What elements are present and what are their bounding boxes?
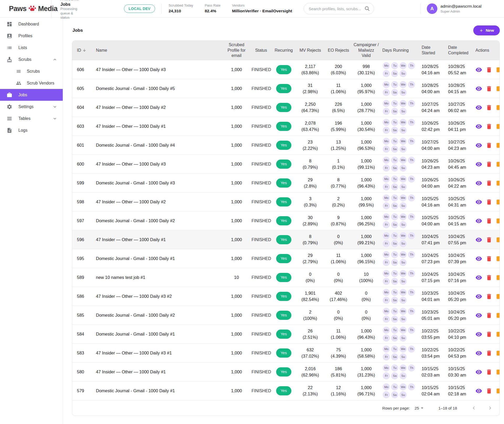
view-job-button[interactable]: [475, 199, 482, 205]
sidebar-item-settings[interactable]: Settings: [0, 101, 63, 113]
job-logs-button[interactable]: [496, 331, 500, 338]
delete-job-button[interactable]: [486, 350, 492, 357]
view-job-button[interactable]: [475, 293, 482, 300]
column-header-date-completed[interactable]: Date Completed: [447, 41, 474, 60]
view-job-button[interactable]: [475, 255, 482, 262]
view-job-button[interactable]: [475, 85, 482, 92]
sidebar-item-dashboard[interactable]: Dashboard: [0, 18, 63, 30]
table-row[interactable]: 604 47 Insider — Other — 1000 Daily #2 1…: [72, 98, 500, 117]
delete-job-button[interactable]: [486, 123, 492, 130]
job-logs-button[interactable]: [496, 142, 500, 149]
job-logs-button[interactable]: [496, 236, 500, 243]
table-row[interactable]: 583 47 Insider — Other — 1000 Daily #3 #…: [72, 344, 500, 363]
view-job-button[interactable]: [475, 350, 482, 357]
view-job-button[interactable]: [475, 312, 482, 319]
job-logs-button[interactable]: [496, 199, 500, 205]
view-job-button[interactable]: [475, 331, 482, 338]
table-row[interactable]: 601 Domestic Journal - Gmail - 1000 Dail…: [72, 136, 500, 155]
view-job-button[interactable]: [475, 104, 482, 111]
delete-job-button[interactable]: [486, 104, 492, 111]
job-logs-button[interactable]: [496, 66, 500, 73]
table-row[interactable]: 585 Domestic Journal - Gmail - 1000 Dail…: [72, 306, 500, 325]
job-logs-button[interactable]: [496, 369, 500, 375]
user-menu[interactable]: A admin@pawscrm.local Super Admin: [427, 3, 481, 14]
delete-job-button[interactable]: [486, 236, 492, 243]
delete-job-button[interactable]: [486, 255, 492, 262]
table-row[interactable]: 605 Domestic Journal - Gmail - 1000 Dail…: [72, 79, 500, 98]
delete-job-button[interactable]: [486, 199, 492, 205]
view-job-button[interactable]: [475, 388, 482, 394]
sidebar-subitem-scrubs[interactable]: Scrubs: [0, 65, 63, 77]
column-header-valid[interactable]: Campaigner / Mailwizz Valid: [352, 41, 381, 60]
view-job-button[interactable]: [475, 218, 482, 224]
sidebar-item-jobs[interactable]: Jobs: [0, 89, 63, 101]
column-header-status[interactable]: Status: [250, 41, 272, 60]
table-row[interactable]: 603 47 Insider — Other — 1000 Daily #1 1…: [72, 117, 500, 136]
delete-job-button[interactable]: [486, 293, 492, 300]
previous-page-button[interactable]: [471, 405, 477, 411]
sidebar-item-lists[interactable]: Lists: [0, 42, 63, 54]
view-job-button[interactable]: [475, 142, 482, 149]
column-header-eo-rejects[interactable]: EO Rejects: [325, 41, 352, 60]
job-logs-button[interactable]: [496, 218, 500, 224]
job-logs-button[interactable]: [496, 161, 500, 168]
sidebar-item-tables[interactable]: Tables: [0, 113, 63, 124]
job-logs-button[interactable]: [496, 104, 500, 111]
view-job-button[interactable]: [475, 66, 482, 73]
delete-job-button[interactable]: [486, 369, 492, 375]
column-header-mv-rejects[interactable]: MV Rejects: [295, 41, 325, 60]
sidebar-subitem-scrub-vendors[interactable]: Scrub Vendors: [0, 77, 63, 89]
table-row[interactable]: 595 Domestic Journal - Gmail - 1000 Dail…: [72, 249, 500, 268]
job-logs-button[interactable]: [496, 388, 500, 394]
column-header-days-running[interactable]: Days Running: [381, 41, 420, 60]
column-header-date-started[interactable]: Date Started: [420, 41, 447, 60]
job-logs-button[interactable]: [496, 255, 500, 262]
delete-job-button[interactable]: [486, 388, 492, 394]
table-row[interactable]: 597 Domestic Journal - Gmail - 1000 Dail…: [72, 211, 500, 230]
column-header-recurring[interactable]: Recurring: [272, 41, 295, 60]
job-logs-button[interactable]: [496, 180, 500, 187]
delete-job-button[interactable]: [486, 312, 492, 319]
job-logs-button[interactable]: [496, 350, 500, 357]
table-row[interactable]: 598 47 Insider — Other — 1000 Daily #2 1…: [72, 193, 500, 211]
job-logs-button[interactable]: [496, 85, 500, 92]
table-row[interactable]: 599 Domestic Journal - Gmail - 1000 Dail…: [72, 174, 500, 193]
view-job-button[interactable]: [475, 274, 482, 281]
column-header-scrubbed[interactable]: Scrubed Profile for email: [223, 41, 250, 60]
view-job-button[interactable]: [475, 369, 482, 375]
next-page-button[interactable]: [487, 405, 493, 411]
delete-job-button[interactable]: [486, 142, 492, 149]
table-row[interactable]: 596 47 Insider — Other — 1000 Daily #1 1…: [72, 230, 500, 249]
sidebar-item-logs[interactable]: Logs: [0, 124, 63, 136]
delete-job-button[interactable]: [486, 85, 492, 92]
table-row[interactable]: 600 47 Insider — Other — 1000 Daily #3 1…: [72, 155, 500, 174]
table-row[interactable]: 579 Domestic Journal - Gmail - 1000 Dail…: [72, 381, 500, 400]
table-row[interactable]: 589 new 10 names test job #1 10 FINISHED…: [72, 268, 500, 287]
column-header-name[interactable]: Name: [92, 41, 223, 60]
delete-job-button[interactable]: [486, 180, 492, 187]
table-row[interactable]: 586 47 Insider — Other — 1000 Daily #3 #…: [72, 287, 500, 306]
table-row[interactable]: 606 47 Insider — Other — 1000 Daily #3 1…: [72, 60, 500, 79]
days-running-chips: MoTuWeTh FrSaSu: [382, 327, 418, 342]
view-job-button[interactable]: [475, 236, 482, 243]
job-logs-button[interactable]: [496, 274, 500, 281]
delete-job-button[interactable]: [486, 274, 492, 281]
search-input[interactable]: [304, 3, 374, 14]
table-row[interactable]: 580 47 Insider — Other — 1000 Daily #1 1…: [72, 363, 500, 381]
sidebar-item-profiles[interactable]: Profiles: [0, 30, 63, 42]
column-header-id[interactable]: ID: [72, 41, 92, 60]
delete-job-button[interactable]: [486, 66, 492, 73]
delete-job-button[interactable]: [486, 331, 492, 338]
view-job-button[interactable]: [475, 123, 482, 130]
sidebar-item-scrubs[interactable]: Scrubs: [0, 54, 63, 65]
view-job-button[interactable]: [475, 161, 482, 168]
view-job-button[interactable]: [475, 180, 482, 187]
job-logs-button[interactable]: [496, 293, 500, 300]
new-job-button[interactable]: New: [473, 25, 500, 35]
delete-job-button[interactable]: [486, 218, 492, 224]
job-logs-button[interactable]: [496, 312, 500, 319]
job-logs-button[interactable]: [496, 123, 500, 130]
table-row[interactable]: 584 Domestic Journal - Gmail - 1000 Dail…: [72, 325, 500, 344]
rows-per-page-select[interactable]: 25: [414, 405, 425, 411]
delete-job-button[interactable]: [486, 161, 492, 168]
